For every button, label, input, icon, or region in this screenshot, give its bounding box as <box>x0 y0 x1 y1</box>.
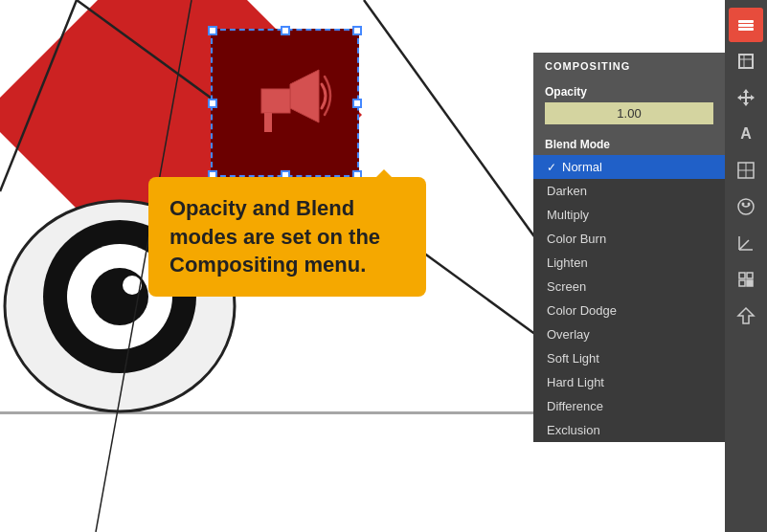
svg-rect-110 <box>739 273 745 278</box>
blend-item-normal[interactable]: Normal <box>533 155 725 179</box>
blend-item-difference[interactable]: Difference <box>533 394 725 418</box>
blend-item-multiply[interactable]: Multiply <box>533 203 725 227</box>
svg-marker-98 <box>743 89 749 93</box>
svg-marker-101 <box>751 95 755 100</box>
mask-icon[interactable] <box>729 189 763 224</box>
blend-item-soft-light[interactable]: Soft Light <box>533 346 725 370</box>
blend-dropdown: Normal Darken Multiply Color Burn Lighte… <box>533 155 725 442</box>
compositing-title: COMPOSITING <box>533 53 725 79</box>
svg-rect-91 <box>738 24 754 27</box>
opacity-input[interactable] <box>545 102 713 124</box>
svg-rect-113 <box>747 280 753 286</box>
opacity-label: Opacity <box>545 85 713 99</box>
handle-mr[interactable] <box>352 99 362 108</box>
svg-marker-87 <box>290 70 319 122</box>
blend-item-exclusion[interactable]: Exclusion <box>533 418 725 442</box>
angle-icon[interactable] <box>729 226 763 260</box>
svg-rect-89 <box>264 113 272 132</box>
callout-tooltip: Opacity and Blend modes are set on the C… <box>148 177 426 297</box>
selected-object[interactable] <box>211 29 359 177</box>
svg-rect-88 <box>261 89 290 113</box>
svg-point-107 <box>748 203 751 206</box>
effects-icon[interactable] <box>729 262 763 297</box>
blend-mode-section: Blend Mode Normal Darken Multiply Color … <box>533 132 725 442</box>
frame-icon[interactable] <box>729 44 763 78</box>
blend-item-color-dodge[interactable]: Color Dodge <box>533 299 725 322</box>
handle-tl[interactable] <box>208 26 217 35</box>
blend-item-overlay[interactable]: Overlay <box>533 322 725 346</box>
blend-item-screen[interactable]: Screen <box>533 275 725 299</box>
compositing-panel: COMPOSITING Opacity Blend Mode Normal Da… <box>533 53 725 442</box>
opacity-section: Opacity <box>533 79 725 132</box>
svg-rect-90 <box>738 20 754 23</box>
svg-marker-100 <box>737 95 741 100</box>
handle-tc[interactable] <box>281 26 290 35</box>
table-icon[interactable] <box>729 153 763 188</box>
svg-rect-93 <box>739 55 753 68</box>
svg-rect-111 <box>747 273 753 278</box>
right-toolbar: A <box>725 0 767 532</box>
blend-item-hard-light[interactable]: Hard Light <box>533 370 725 394</box>
handle-tr[interactable] <box>352 26 362 35</box>
export-icon[interactable] <box>729 299 763 333</box>
svg-point-81 <box>123 276 142 295</box>
blend-item-color-burn[interactable]: Color Burn <box>533 227 725 251</box>
text-icon[interactable]: A <box>729 117 763 151</box>
svg-rect-92 <box>738 28 754 31</box>
callout-text: Opacity and Blend modes are set on the C… <box>169 196 380 277</box>
svg-rect-112 <box>739 280 745 286</box>
blend-item-darken[interactable]: Darken <box>533 179 725 203</box>
megaphone-icon <box>237 55 333 151</box>
svg-point-106 <box>742 203 745 206</box>
layers-icon[interactable] <box>729 8 763 42</box>
handle-ml[interactable] <box>208 99 217 108</box>
move-icon[interactable] <box>729 80 763 115</box>
blend-item-lighten[interactable]: Lighten <box>533 251 725 275</box>
blend-mode-label: Blend Mode <box>533 132 725 155</box>
svg-point-80 <box>91 268 148 325</box>
svg-marker-99 <box>743 102 749 106</box>
